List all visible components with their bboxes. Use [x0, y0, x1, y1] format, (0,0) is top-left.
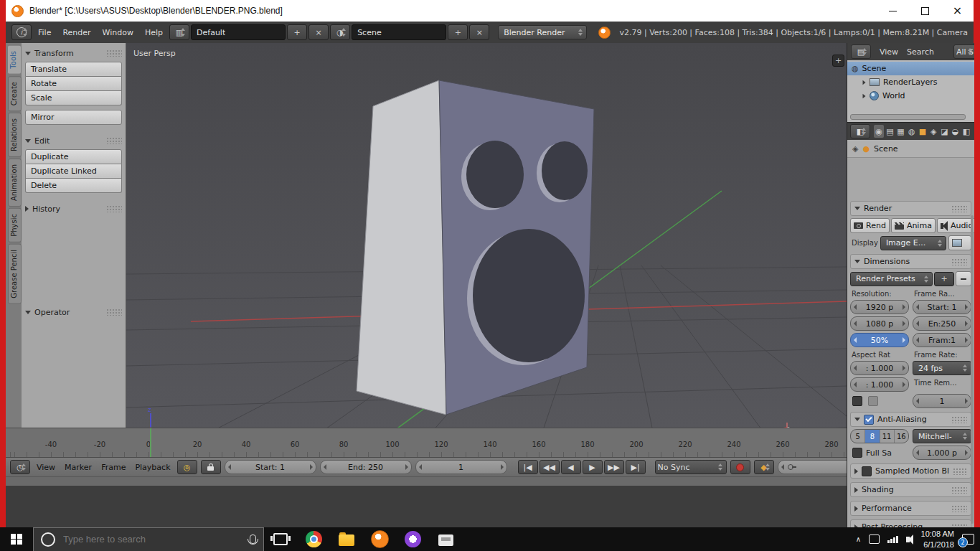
full-sample-checkbox[interactable] [852, 448, 862, 458]
timeline-marker-menu[interactable]: Marker [62, 463, 95, 472]
play-button[interactable]: ▶ [583, 460, 603, 474]
delete-button[interactable]: Delete [25, 179, 122, 193]
display-image-button[interactable] [948, 235, 971, 250]
speaker-model[interactable] [357, 80, 594, 415]
panel-header-dimensions[interactable]: Dimensions [850, 254, 971, 269]
previous-keyframe-button[interactable]: ◀◀ [540, 460, 560, 474]
jump-to-start-button[interactable]: |◀ [518, 460, 538, 474]
aa-samples-8[interactable]: 8 [865, 430, 880, 443]
network-icon[interactable] [887, 536, 898, 543]
properties-tab-render[interactable]: ◉ [874, 125, 884, 138]
render-still-button[interactable]: Rend [850, 218, 890, 233]
mirror-button[interactable]: Mirror [25, 110, 122, 125]
duplicate-linked-button[interactable]: Duplicate Linked [25, 164, 122, 179]
frame-rate-selector[interactable]: 24 fps [913, 361, 971, 375]
properties-tab-object[interactable]: ■ [918, 125, 928, 138]
taskbar-video-app[interactable] [429, 527, 462, 551]
panel-header-anti-aliasing[interactable]: Anti-Aliasing [850, 412, 971, 427]
anti-aliasing-checkbox[interactable] [864, 415, 874, 425]
outliner-search-menu[interactable]: Search [907, 47, 934, 57]
tab-create[interactable]: Create [8, 76, 22, 111]
sync-mode-selector[interactable]: No Sync [655, 460, 727, 474]
delete-layout-button[interactable]: × [308, 24, 329, 40]
menu-render[interactable]: Render [57, 28, 95, 37]
aspect-x-field[interactable]: : 1.000 [850, 361, 909, 375]
region-expand-button[interactable]: + [832, 55, 844, 67]
panel-header-history[interactable]: History [25, 202, 122, 215]
aa-samples-11[interactable]: 11 [880, 430, 895, 443]
action-center-button[interactable]: 2 [962, 534, 974, 545]
filter-size-field[interactable]: 1.000 p [913, 446, 971, 460]
screen-layout-selector[interactable]: Default [191, 24, 286, 40]
aspect-y-field[interactable]: : 1.000 [850, 377, 909, 392]
taskbar-search[interactable] [33, 527, 264, 551]
menu-help[interactable]: Help [140, 28, 168, 37]
panel-header-operator[interactable]: Operator [25, 306, 122, 319]
tab-relations[interactable]: Relations [8, 113, 22, 157]
jump-to-end-button[interactable]: ▶| [626, 460, 646, 474]
properties-tab-render-layers[interactable]: ▤ [885, 125, 895, 138]
panel-header-sampled-motion-blur[interactable]: Sampled Motion Blur [850, 463, 971, 479]
menu-window[interactable]: Window [98, 28, 138, 37]
tray-icon[interactable] [869, 534, 880, 544]
resolution-y-field[interactable]: 1080 p [850, 316, 909, 331]
panel-header-render[interactable]: Render [850, 201, 971, 216]
properties-tab-scene[interactable]: ▦ [895, 125, 905, 138]
motion-blur-checkbox[interactable] [862, 466, 872, 476]
use-preview-range-toggle[interactable]: ◎ [177, 460, 197, 474]
play-reverse-button[interactable]: ◀ [561, 460, 581, 474]
microphone-icon[interactable] [250, 534, 256, 544]
tab-animation[interactable]: Animation [8, 159, 22, 207]
volume-icon[interactable] [906, 537, 910, 542]
time-remap-field[interactable]: 1 [913, 394, 971, 408]
next-keyframe-button[interactable]: ▶▶ [604, 460, 624, 474]
auto-keyframe-toggle[interactable] [730, 460, 750, 474]
render-animation-button[interactable]: Anima [891, 218, 936, 233]
resolution-percentage-slider[interactable]: 50% [850, 333, 909, 347]
tray-expand-button[interactable]: ∧ [856, 535, 861, 543]
translate-button[interactable]: Translate [25, 62, 122, 77]
start-button[interactable] [0, 527, 33, 551]
duplicate-button[interactable]: Duplicate [25, 149, 122, 164]
border-checkbox[interactable] [852, 396, 862, 406]
keying-set-type-selector[interactable]: ◆ [754, 460, 774, 474]
outliner-view-menu[interactable]: View [880, 47, 898, 57]
window-type-button[interactable]: i [11, 24, 32, 40]
outliner-item-world[interactable]: World [847, 89, 974, 103]
render-engine-selector[interactable]: Blender Render [498, 25, 587, 39]
close-button[interactable]: × [941, 0, 974, 22]
editor-type-button[interactable]: ◷ [10, 460, 30, 474]
screen-layout-icon-button[interactable]: ▥ [169, 24, 189, 40]
add-scene-button[interactable]: + [448, 24, 468, 40]
properties-tab-modifiers[interactable]: ◪ [939, 125, 949, 138]
panel-header-performance[interactable]: Performance [850, 501, 971, 516]
add-layout-button[interactable]: + [287, 24, 307, 40]
taskbar-blender[interactable] [363, 527, 396, 551]
panel-header-edit[interactable]: Edit [25, 134, 122, 147]
outliner-scope-selector[interactable]: All S [953, 44, 974, 59]
outliner-item-scene[interactable]: ◍ Scene [847, 62, 974, 75]
timeline-frame-menu[interactable]: Frame [98, 463, 128, 472]
tab-grease-pencil[interactable]: Grease Pencil [8, 244, 22, 304]
menu-file[interactable]: File [33, 28, 56, 37]
task-view-button[interactable] [264, 527, 297, 551]
maximize-button[interactable] [909, 0, 941, 22]
properties-tab-constraints[interactable]: ◈ [928, 125, 938, 138]
crop-checkbox[interactable] [868, 396, 878, 406]
taskbar-chrome[interactable] [297, 527, 330, 551]
editor-type-button[interactable]: ▤ [851, 44, 871, 59]
panel-header-transform[interactable]: Transform [25, 47, 122, 60]
taskbar-file-explorer[interactable] [330, 527, 363, 551]
scene-selector[interactable]: Scene [352, 24, 446, 40]
panel-header-shading[interactable]: Shading [850, 482, 971, 497]
search-input[interactable] [62, 533, 243, 545]
properties-tab-world[interactable]: ◍ [907, 125, 917, 138]
frame-end-field[interactable]: En:250 [913, 316, 971, 331]
resolution-x-field[interactable]: 1920 p [850, 300, 909, 314]
frame-end-field[interactable]: End: 250 [320, 460, 412, 474]
viewport-3d[interactable]: User Persp z x y (1) Camera + [126, 43, 847, 453]
outliner-scrollbar[interactable] [850, 114, 966, 120]
timeline-view-menu[interactable]: View [34, 463, 58, 472]
viewport-canvas[interactable] [126, 43, 847, 453]
lock-time-toggle[interactable] [201, 460, 221, 474]
